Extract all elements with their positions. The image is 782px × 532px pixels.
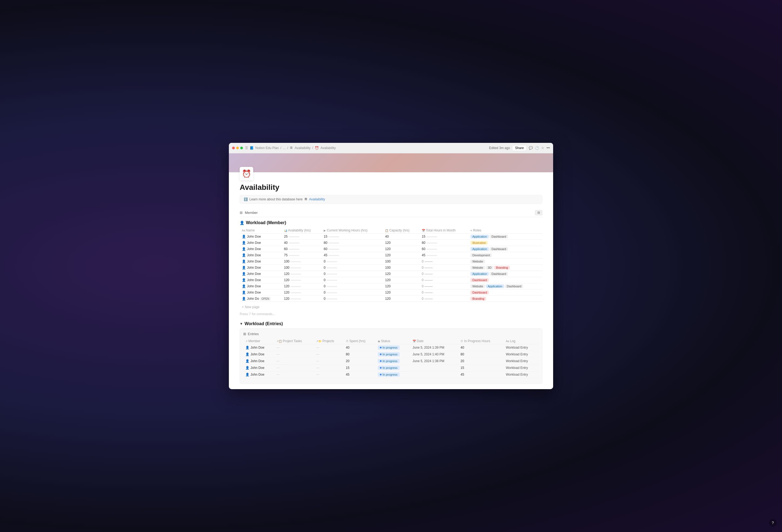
cell-member[interactable]: 👤John Doe <box>243 351 274 358</box>
new-page-button[interactable]: +New page <box>240 304 542 310</box>
toggle-icon[interactable]: ▼ <box>240 322 243 326</box>
cell-total: 80 <box>420 240 468 246</box>
cell-member[interactable]: 👤John Doe <box>243 365 274 371</box>
cell-name[interactable]: 👤John Doe <box>240 271 282 277</box>
table-row[interactable]: 👤John DoOPEN 120 0 120 0 Branding <box>240 296 542 302</box>
role-tag: Website <box>470 284 485 288</box>
table-header-row: Aa Name 📊 Availability (hrs) ▶ Current W… <box>240 227 542 234</box>
table-row[interactable]: 👤John Doe — — 40 In progress June 5, 202… <box>243 344 539 351</box>
cell-name[interactable]: 👤John Doe <box>240 265 282 271</box>
cell-availability: 120 <box>282 290 322 296</box>
cell-projects: — <box>314 351 344 358</box>
breadcrumb-availaibility[interactable]: Availaibility <box>294 146 311 150</box>
table-row[interactable]: 👤John Doe 120 0 120 0 WebsiteApplication… <box>240 283 542 290</box>
cell-name[interactable]: 👤John Doe <box>240 290 282 296</box>
browser-actions: Edited 3m ago Share 💬 🕐 ☆ ••• <box>489 145 550 151</box>
commands-hint: Press '/' for commands... <box>240 310 542 318</box>
user-icon: 👤 <box>242 284 246 288</box>
more-icon[interactable]: ••• <box>546 146 550 150</box>
member-label[interactable]: Member <box>245 211 258 215</box>
cell-name[interactable]: 👤John Doe <box>240 283 282 290</box>
table-row[interactable]: 👤John Doe 25 15 40 15 ApplicationDashboa… <box>240 234 542 240</box>
help-button[interactable]: ? <box>769 519 777 527</box>
table-row[interactable]: 👤John Doe — — 80 In progress June 5, 202… <box>243 351 539 358</box>
filter-button[interactable]: ⊟ <box>535 210 542 215</box>
cell-spent: 15 <box>344 365 376 371</box>
cell-log: Workload Entry <box>504 358 539 365</box>
share-button[interactable]: Share <box>512 145 527 151</box>
workload-entries-section: ▼ Workload (Entries) ⊞ Entries ↗ Member … <box>240 321 542 384</box>
col-in-progress: ⏱ In Progress Hours <box>458 338 504 344</box>
cell-name[interactable]: 👤John Doe <box>240 234 282 240</box>
table-row[interactable]: 👤John Doe 100 0 100 0 Website3DBranding <box>240 265 542 271</box>
info-link[interactable]: Availaibility <box>309 197 325 201</box>
cell-spent: 80 <box>344 351 376 358</box>
cell-capacity: 100 <box>383 265 419 271</box>
cell-name[interactable]: 👤John DoOPEN <box>240 296 282 302</box>
status-dot <box>380 367 382 369</box>
table-row[interactable]: 👤John Doe 60 60 120 60 ApplicationDashbo… <box>240 246 542 252</box>
user-icon: 👤 <box>242 266 246 269</box>
favorite-icon[interactable]: ☆ <box>541 146 544 150</box>
table-row[interactable]: 👤John Doe — — 15 In progress 15 Workload… <box>243 365 539 371</box>
breadcrumb-workspace[interactable]: Notion Edu Plan <box>255 146 279 150</box>
cell-date <box>411 371 458 378</box>
cell-member[interactable]: 👤John Doe <box>243 371 274 378</box>
cell-name[interactable]: 👤John Doe <box>240 277 282 283</box>
cell-member[interactable]: 👤John Doe <box>243 344 274 351</box>
cell-total: 0 <box>420 296 468 302</box>
col-member: ↗ Member <box>243 338 274 344</box>
cell-availability: 60 <box>282 246 322 252</box>
cell-name[interactable]: 👤John Doe <box>240 240 282 246</box>
user-icon: 👤 <box>245 366 249 370</box>
col-projects: ↗📁 Projects <box>314 338 344 344</box>
table-row[interactable]: 👤John Doe — — 45 In progress 45 Workload… <box>243 371 539 378</box>
role-tag: Dashboard <box>490 235 508 238</box>
cell-capacity: 40 <box>383 234 419 240</box>
table-row[interactable]: 👤John Doe 120 0 120 0 Dashboard <box>240 290 542 296</box>
table-row[interactable]: 👤John Doe 120 0 120 0 ApplicationDashboa… <box>240 271 542 277</box>
role-tag: Branding <box>494 266 510 269</box>
cell-member[interactable]: 👤John Doe <box>243 358 274 365</box>
role-tag: Application <box>470 247 489 251</box>
cell-total: 0 <box>420 283 468 290</box>
close-button[interactable] <box>232 147 235 149</box>
cell-current: 0 <box>322 277 383 283</box>
cell-availability: 75 <box>282 252 322 259</box>
cell-capacity: 120 <box>383 296 419 302</box>
cell-availability: 120 <box>282 296 322 302</box>
cell-log: Workload Entry <box>504 344 539 351</box>
role-tag: Illustration <box>470 241 488 245</box>
cell-name[interactable]: 👤John Doe <box>240 252 282 259</box>
cell-total: 60 <box>420 246 468 252</box>
cell-projects: — <box>314 344 344 351</box>
breadcrumb: ☰ 📘 Notion Edu Plan / ... / 🏚 Availaibil… <box>245 146 487 150</box>
history-icon[interactable]: 🕐 <box>535 146 539 150</box>
browser-window: ☰ 📘 Notion Edu Plan / ... / 🏚 Availaibil… <box>229 143 553 389</box>
table-row[interactable]: 👤John Doe 75 45 120 45 Development <box>240 252 542 259</box>
table-row[interactable]: 👤John Doe 100 0 100 0 Website <box>240 259 542 265</box>
cell-name[interactable]: 👤John Doe <box>240 259 282 265</box>
maximize-button[interactable] <box>240 147 243 149</box>
cell-availability: 40 <box>282 240 322 246</box>
cell-name[interactable]: 👤John Doe <box>240 246 282 252</box>
user-icon: 👤 <box>242 253 246 257</box>
user-icon: 👤 <box>242 297 246 301</box>
entries-label[interactable]: Entries <box>248 332 259 336</box>
table-row[interactable]: 👤John Doe 120 0 120 0 Dashboard <box>240 277 542 283</box>
minimize-button[interactable] <box>236 147 239 149</box>
comment-icon[interactable]: 💬 <box>529 146 533 150</box>
cell-date <box>411 365 458 371</box>
col-date: 📅 Date <box>411 338 458 344</box>
col-spent: ⏱ Spent (hrs) <box>344 338 376 344</box>
role-tag: Dashboard <box>470 291 489 294</box>
status-dot <box>380 353 382 355</box>
cell-availability: 100 <box>282 265 322 271</box>
menu-icon[interactable]: ☰ <box>245 146 248 150</box>
col-capacity: 📋 Capacity (hrs) <box>383 227 419 234</box>
cell-log: Workload Entry <box>504 365 539 371</box>
cell-spent: 40 <box>344 344 376 351</box>
table-row[interactable]: 👤John Doe 40 80 120 80 Illustration <box>240 240 542 246</box>
role-tag: Development <box>470 253 492 257</box>
table-row[interactable]: 👤John Doe — — 20 In progress June 5, 202… <box>243 358 539 365</box>
